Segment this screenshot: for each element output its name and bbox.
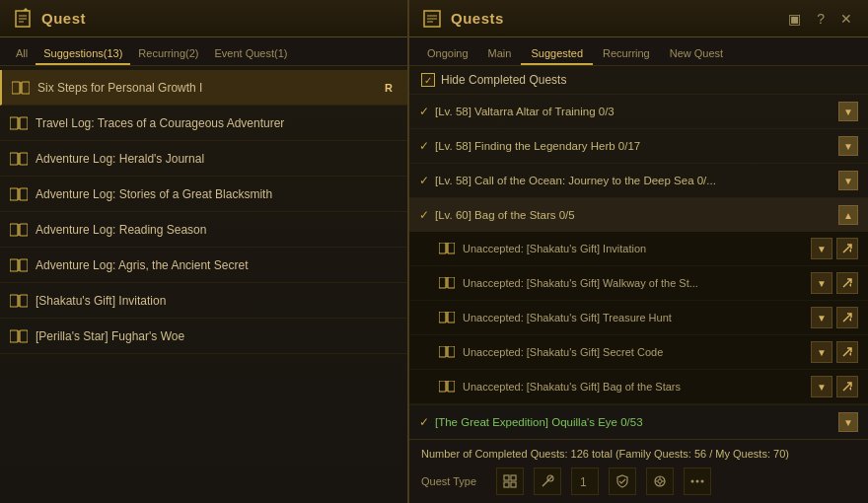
sub-quest-item[interactable]: Unaccepted: [Shakatu's Gift] Secret Code… [409, 335, 868, 370]
help-icon-btn[interactable]: ? [813, 9, 829, 29]
tab-ongoing[interactable]: Ongoing [417, 43, 478, 65]
quest-name: [Shakatu's Gift] Invitation [36, 294, 398, 308]
quest-list-item[interactable]: Six Steps for Personal Growth IR [0, 70, 407, 106]
expand-btn[interactable]: ▼ [838, 412, 858, 432]
svg-marker-3 [23, 8, 29, 11]
sub-action-dropdown[interactable]: ▼ [811, 272, 832, 294]
type-icon-wheel[interactable] [646, 467, 674, 495]
quest-entry-header[interactable]: ✓ [Lv. 58] Valtarra Altar of Training 0/… [409, 95, 868, 128]
left-tabs: All Suggestions(13) Recurring(2) Event Q… [0, 37, 407, 66]
tab-new-quest[interactable]: New Quest [660, 43, 733, 65]
quest-list-item[interactable]: Adventure Log: Agris, the Ancient Secret [0, 248, 407, 283]
tab-event-quest[interactable]: Event Quest(1) [206, 43, 295, 65]
sub-quest-item[interactable]: Unaccepted: [Shakatu's Gift] Invitation … [409, 232, 868, 266]
quest-icon [12, 8, 34, 30]
document-icon-btn[interactable]: ▣ [784, 9, 805, 29]
quest-list: Six Steps for Personal Growth IR Travel … [0, 66, 407, 503]
sub-actions: ▼ [811, 341, 858, 363]
sub-quest-item[interactable]: Unaccepted: [Shakatu's Gift] Bag of the … [409, 370, 868, 404]
quest-entry-header[interactable]: ✓ [Lv. 58] Call of the Ocean: Journey to… [409, 164, 868, 197]
quest-name: Adventure Log: Agris, the Ancient Secret [36, 258, 398, 272]
svg-rect-7 [10, 117, 18, 129]
tab-recurring-right[interactable]: Recurring [593, 43, 660, 65]
svg-rect-10 [10, 153, 18, 165]
hide-completed-checkbox[interactable]: ✓ [421, 73, 435, 87]
quest-list-item[interactable]: Travel Log: Traces of a Courageous Adven… [0, 106, 407, 141]
quest-list-item[interactable]: [Perilla's Star] Fughar's Woe [0, 319, 407, 354]
expand-btn[interactable]: ▼ [838, 136, 858, 156]
completed-info: Number of Completed Quests: 126 total (F… [421, 448, 856, 460]
svg-rect-32 [448, 243, 455, 253]
svg-rect-8 [20, 117, 28, 129]
quest-content: ✓ Hide Completed Quests ✓ [Lv. 58] Valta… [409, 66, 868, 439]
sub-action-nav[interactable] [836, 272, 858, 294]
svg-point-60 [691, 480, 694, 483]
quest-type-bar: Quest Type [421, 467, 856, 495]
sub-action-dropdown[interactable]: ▼ [811, 307, 832, 328]
tab-main[interactable]: Main [478, 43, 522, 65]
expand-btn[interactable]: ▲ [838, 205, 858, 225]
sub-action-nav[interactable] [836, 341, 858, 363]
nav-icon [841, 243, 853, 254]
quest-list-item[interactable]: Adventure Log: Herald's Journal [0, 141, 407, 177]
expand-btn[interactable]: ▼ [838, 102, 858, 121]
wheel-icon [653, 474, 667, 488]
svg-rect-13 [10, 188, 18, 200]
svg-rect-49 [511, 482, 516, 487]
tab-suggested[interactable]: Suggested [521, 43, 593, 65]
sub-action-nav[interactable] [836, 238, 858, 259]
quest-list-item[interactable]: Adventure Log: Stories of a Great Blacks… [0, 177, 407, 212]
tab-all[interactable]: All [8, 43, 36, 65]
svg-rect-44 [448, 381, 455, 392]
type-icon-flag[interactable]: 1 [571, 467, 599, 495]
svg-rect-46 [504, 475, 509, 480]
svg-rect-40 [439, 346, 446, 357]
book-icon [10, 294, 28, 308]
svg-rect-19 [10, 259, 18, 271]
right-header-left: Quests [421, 8, 504, 30]
sub-action-nav[interactable] [836, 376, 858, 397]
svg-rect-11 [20, 153, 28, 165]
right-tabs: Ongoing Main Suggested Recurring New Que… [409, 37, 868, 66]
quest-list-item[interactable]: [Shakatu's Gift] Invitation [0, 283, 407, 319]
sub-action-dropdown[interactable]: ▼ [811, 238, 832, 259]
quest-entry: ✓ [Lv. 58] Call of the Ocean: Journey to… [409, 164, 868, 198]
quests-icon [421, 8, 443, 30]
expand-btn[interactable]: ▼ [838, 171, 858, 190]
more-icon [690, 474, 704, 488]
quest-type-label: Quest Type [421, 475, 476, 487]
book-icon [10, 223, 28, 237]
quest-entry-header[interactable]: ✓ [The Great Expedition] Oquilla's Eye 0… [409, 405, 868, 439]
sub-quest-item[interactable]: Unaccepted: [Shakatu's Gift] Walkway of … [409, 266, 868, 301]
sub-action-dropdown[interactable]: ▼ [811, 376, 832, 397]
quest-entry-name: [Lv. 58] Valtarra Altar of Training 0/3 [435, 106, 838, 117]
type-icon-tools[interactable] [534, 467, 561, 495]
check-icon: ✓ [419, 174, 429, 187]
sub-book-icon [439, 243, 455, 254]
svg-text:1: 1 [580, 475, 587, 488]
sub-quest-item[interactable]: Unaccepted: [Shakatu's Gift] Treasure Hu… [409, 301, 868, 335]
quest-entry-header[interactable]: ✓ [Lv. 60] Bag of the Stars 0/5 ▲ [409, 198, 868, 232]
svg-rect-41 [448, 346, 455, 357]
sub-actions: ▼ [811, 307, 858, 328]
tab-suggestions[interactable]: Suggestions(13) [36, 43, 130, 65]
sub-action-dropdown[interactable]: ▼ [811, 341, 832, 363]
book-icon [10, 116, 28, 130]
type-icon-grid[interactable] [496, 467, 524, 495]
check-icon: ✓ [419, 139, 429, 153]
book-icon [10, 258, 28, 272]
tab-recurring[interactable]: Recurring(2) [130, 43, 206, 65]
close-icon-btn[interactable]: ✕ [836, 9, 856, 29]
quest-list-item[interactable]: Adventure Log: Reading Season [0, 212, 407, 248]
hide-completed-row[interactable]: ✓ Hide Completed Quests [409, 66, 868, 95]
nav-icon [841, 346, 853, 358]
svg-rect-43 [439, 381, 446, 392]
sub-action-nav[interactable] [836, 307, 858, 328]
type-icon-shield[interactable] [609, 467, 636, 495]
book-icon [10, 329, 28, 343]
quest-entry: ✓ [Lv. 60] Bag of the Stars 0/5 ▲ Unacce… [409, 198, 868, 405]
check-mark: ✓ [424, 75, 432, 86]
right-header-icons: ▣ ? ✕ [784, 9, 856, 29]
quest-entry-header[interactable]: ✓ [Lv. 58] Finding the Legendary Herb 0/… [409, 129, 868, 163]
type-icon-more[interactable] [684, 467, 711, 495]
